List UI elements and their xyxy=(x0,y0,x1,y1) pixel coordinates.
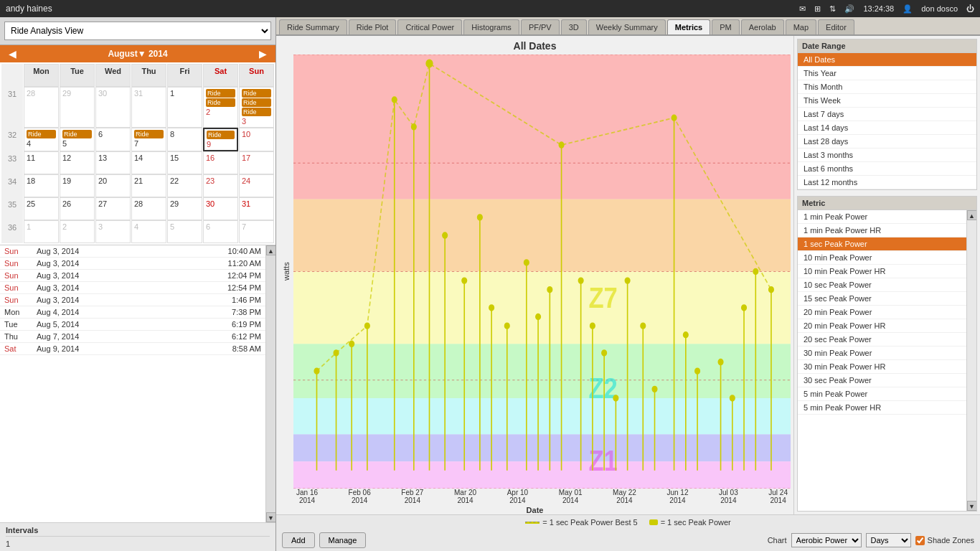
svg-point-49 xyxy=(547,287,552,293)
ride-list-item[interactable]: MonAug 4, 20147:38 PM xyxy=(0,306,265,319)
chart-title: All Dates xyxy=(279,40,791,52)
svg-point-59 xyxy=(613,395,618,401)
chart-selector[interactable]: Aerobic Power Power Heart Rate xyxy=(791,533,862,547)
date-range-item-last-12-months[interactable]: Last 12 months xyxy=(798,176,976,189)
svg-point-43 xyxy=(505,323,509,329)
days-selector[interactable]: Days Weeks Months xyxy=(866,533,911,547)
ride-list-item[interactable]: SunAug 3, 20141:46 PM xyxy=(0,294,265,306)
svg-point-73 xyxy=(718,359,722,365)
ride-list-item[interactable]: SunAug 3, 201412:54 PM xyxy=(0,282,265,294)
metric-scroll-up[interactable]: ▲ xyxy=(967,210,977,220)
x-label-3: Feb 272014 xyxy=(401,489,423,504)
view-selector-dropdown[interactable]: Ride Analysis View xyxy=(4,22,271,40)
cal-week-34: 34 18 19 20 21 22 23 24 xyxy=(1,174,274,197)
date-range-item-this-week[interactable]: This Week xyxy=(798,94,976,108)
date-range-item-last-7-days[interactable]: Last 7 days xyxy=(798,108,976,121)
email-icon: ✉ xyxy=(799,4,806,14)
date-range-item-this-year[interactable]: This Year xyxy=(798,67,976,80)
tab-metrics[interactable]: Metrics xyxy=(667,19,711,34)
scroll-down-button[interactable]: ▼ xyxy=(266,512,276,522)
metric-item-30min-peak-power-hr[interactable]: 30 min Peak Power HR xyxy=(798,360,966,374)
ride-list-item[interactable]: TueAug 5, 20146:19 PM xyxy=(0,319,265,331)
date-range-item-last-6-months[interactable]: Last 6 months xyxy=(798,162,976,176)
tab-aerolab[interactable]: Aerolab xyxy=(741,19,784,34)
metric-item-10min-peak-power[interactable]: 10 min Peak Power xyxy=(798,251,966,265)
tab-critical-power[interactable]: Critical Power xyxy=(397,19,462,34)
tab-editor[interactable]: Editor xyxy=(818,19,854,34)
x-label-5: Apr 102014 xyxy=(507,489,528,504)
date-range-item-this-month[interactable]: This Month xyxy=(798,80,976,94)
svg-rect-4 xyxy=(293,398,791,434)
topbar-user: andy haines xyxy=(6,4,52,14)
legend-best5: = 1 sec Peak Power Best 5 xyxy=(525,518,637,527)
legend-peak-power: = 1 sec Peak Power xyxy=(649,518,731,527)
sync-icon: ⇅ xyxy=(829,4,836,14)
date-range-item-all-dates[interactable]: All Dates xyxy=(798,53,976,67)
tab-pm[interactable]: PM xyxy=(712,19,740,34)
intervals-label: Intervals xyxy=(6,526,270,537)
cal-next-button[interactable]: ▶ xyxy=(256,48,270,60)
cal-week-36: 36 1 2 3 4 5 6 7 xyxy=(1,220,274,243)
ride-list-item[interactable]: SunAug 3, 201411:20 AM xyxy=(0,258,265,270)
tab-ride-summary[interactable]: Ride Summary xyxy=(279,19,347,34)
metric-item-20min-peak-power-hr[interactable]: 20 min Peak Power HR xyxy=(798,319,966,333)
date-range-header: Date Range xyxy=(798,39,976,53)
chart-svg: 2,000 1,500 1,000 500 0 Z7 Z2 Z1 xyxy=(293,55,791,489)
x-label-2: Feb 062014 xyxy=(349,489,371,504)
date-range-item-last-3-months[interactable]: Last 3 months xyxy=(798,149,976,162)
metric-item-10min-peak-power-hr[interactable]: 10 min Peak Power HR xyxy=(798,265,966,278)
ride-list-item[interactable]: SunAug 3, 201412:04 PM xyxy=(0,270,265,282)
week-col-header xyxy=(1,64,23,87)
cal-header-wed: Wed xyxy=(95,64,131,87)
tab-weekly-summary[interactable]: Weekly Summary xyxy=(588,19,666,34)
cal-week-35: 35 25 26 27 28 29 30 31 xyxy=(1,197,274,220)
svg-text:Z7: Z7 xyxy=(588,281,617,314)
metric-item-20sec-peak-power[interactable]: 20 sec Peak Power xyxy=(798,333,966,347)
manage-button[interactable]: Manage xyxy=(319,532,367,548)
metric-item-15sec-peak-power[interactable]: 15 sec Peak Power xyxy=(798,292,966,306)
shade-zones-checkbox[interactable] xyxy=(915,536,925,545)
cal-prev-button[interactable]: ◀ xyxy=(6,48,19,60)
svg-rect-2 xyxy=(293,272,791,344)
tab-histograms[interactable]: Histograms xyxy=(463,19,519,34)
scroll-up-button[interactable]: ▲ xyxy=(266,245,276,255)
metric-item-30sec-peak-power[interactable]: 30 sec Peak Power xyxy=(798,374,966,387)
ride-list-item[interactable]: SatAug 9, 20148:58 AM xyxy=(0,343,265,355)
cal-header-tue: Tue xyxy=(60,64,95,87)
metric-item-20min-peak-power[interactable]: 20 min Peak Power xyxy=(798,306,966,319)
x-label-7: May 222014 xyxy=(613,489,636,504)
svg-point-25 xyxy=(349,342,354,347)
metric-item-5min-peak-power[interactable]: 5 min Peak Power xyxy=(798,387,966,401)
cal-header-fri: Fri xyxy=(167,64,202,87)
date-range-item-last-14-days[interactable]: Last 14 days xyxy=(798,121,976,135)
svg-point-35 xyxy=(443,232,447,238)
tab-ride-plot[interactable]: Ride Plot xyxy=(349,19,397,34)
add-button[interactable]: Add xyxy=(282,532,315,548)
ride-list-item[interactable]: SunAug 3, 201410:40 AM xyxy=(0,245,265,258)
metric-item-1min-peak-power-hr[interactable]: 1 min Peak Power HR xyxy=(798,224,966,237)
cal-month-year: August▼ 2014 xyxy=(108,49,167,59)
metric-scroll-down[interactable]: ▼ xyxy=(967,501,977,511)
metric-item-1min-peak-power[interactable]: 1 min Peak Power xyxy=(798,210,966,224)
tab-pf-pv[interactable]: PF/PV xyxy=(521,19,560,34)
ride-list-item[interactable]: ThuAug 7, 20146:12 PM xyxy=(0,331,265,343)
svg-point-45 xyxy=(524,260,529,265)
svg-point-57 xyxy=(602,350,606,356)
volume-icon: 🔊 xyxy=(844,4,854,14)
metric-item-10sec-peak-power[interactable]: 10 sec Peak Power xyxy=(798,278,966,292)
date-range-item-last-28-days[interactable]: Last 28 days xyxy=(798,135,976,149)
metric-item-30min-peak-power[interactable]: 30 min Peak Power xyxy=(798,347,966,360)
user-icon: 👤 xyxy=(903,4,913,14)
metric-item-1sec-peak-power[interactable]: 1 sec Peak Power xyxy=(798,237,966,251)
tab-map[interactable]: Map xyxy=(786,19,816,34)
svg-point-77 xyxy=(742,305,746,311)
tab-3d[interactable]: 3D xyxy=(561,19,587,34)
svg-rect-1 xyxy=(293,199,791,272)
svg-rect-0 xyxy=(293,55,791,199)
metric-item-5min-peak-power-hr[interactable]: 5 min Peak Power HR xyxy=(798,401,966,415)
x-label-1: Jan 162014 xyxy=(296,489,318,504)
x-label-4: Mar 202014 xyxy=(454,489,476,504)
svg-point-41 xyxy=(489,305,494,311)
svg-point-79 xyxy=(753,269,758,275)
svg-point-55 xyxy=(590,323,595,329)
